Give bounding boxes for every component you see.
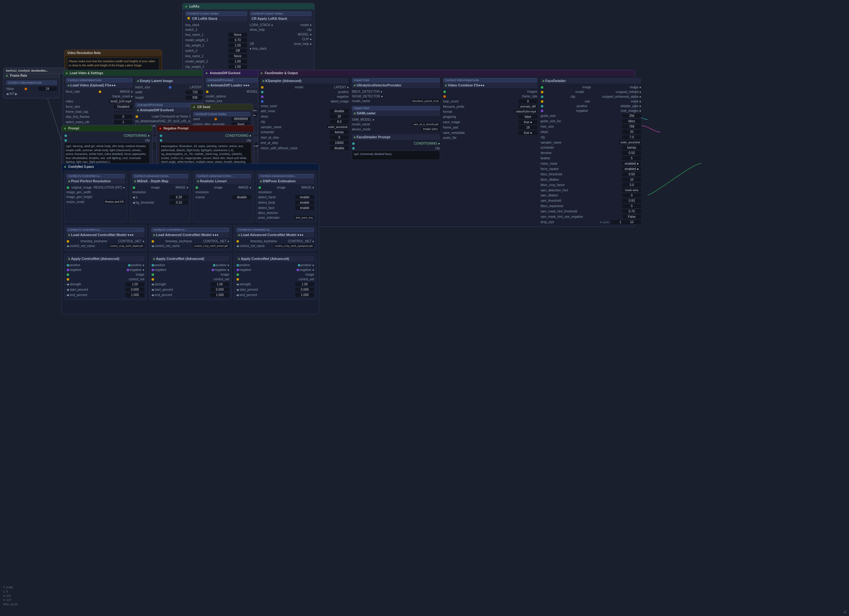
filename-node: DerFuiJ_ComfyUI_ModdedNo... xyxy=(3,68,66,74)
facedetailer-prompt-text[interactable]: 1girl, (extremely detailed face), xyxy=(352,150,440,160)
animatediff-loader-badge: AnimateDiff Evolved xyxy=(206,78,261,82)
cr-seed-title: CR Seed xyxy=(197,105,210,109)
dwpose-sub: DWPose Estimation xyxy=(258,178,314,184)
video-badge: ComfyUI-VideoHelperSuite xyxy=(66,78,133,82)
video-combine-badge: ComfyUI-VideoHelperSuite xyxy=(443,78,538,82)
facedetailer-prompt-sub: FaceDetailer Prompt xyxy=(352,134,440,140)
midas-badge: ComfyUI-Advanced-Contro... xyxy=(133,174,188,178)
midas-sub: MiDaS - Depth Map xyxy=(133,178,188,184)
loras-sub-right: CR Apply LoRA Stack xyxy=(250,16,311,21)
badge-cr-apply-lora: Comfyroll Custom Nodes xyxy=(250,11,311,16)
loras-header[interactable]: LoRAs xyxy=(183,3,314,9)
badge-cr-lora-stack: Comfyroll Custom Nodes xyxy=(185,11,247,16)
load-cn-depth-sub: Load Advanced ControlNet Model ●●● xyxy=(66,232,144,238)
cr-seed-badge: Comfyroll Custom Nodes xyxy=(193,112,250,116)
filename-header: DerFuiJ_ComfyUI_ModdedNo... xyxy=(3,68,66,74)
pixel-perfect-badge: ComfyUI's ControlNet Au... xyxy=(66,174,125,178)
cycle-label: ● cycle xyxy=(600,221,609,224)
load-cn-openpose-sub: Load Advanced ControlNet Model ●●● xyxy=(236,232,314,238)
controlnet-3pass-header: ComfyNet 3-pass xyxy=(62,164,319,170)
prompt-title: Prompt xyxy=(68,126,79,130)
corner-resize xyxy=(843,610,846,613)
frame-rate-node: Frame Rate ComfyUI-VideoHelperSuite Valu… xyxy=(3,72,60,98)
filename-title: DerFuiJ_ComfyUI_ModdedNo... xyxy=(6,69,48,72)
loras-sub-left: CR LoRA Stack xyxy=(185,16,247,21)
load-cn-lineart-badge: ComfyUI's ControlNet Au... xyxy=(151,228,229,232)
controlnet-3pass-title: ComfyNet 3-pass xyxy=(68,165,94,168)
video-resolution-note-header: Video Resolution Note xyxy=(65,50,162,56)
controlnet-3pass-group: ComfyNet 3-pass ComfyUI's ControlNet Au.… xyxy=(61,164,319,314)
apply-cn-depth-sub: Apply ControlNet (Advanced) xyxy=(66,256,144,262)
pixel-perfect-sub: Pixel Perfect Resolution xyxy=(66,178,125,184)
negative-prompt-header: Negative Prompt xyxy=(157,125,254,131)
ksampler-sub: KSampler (Advanced) xyxy=(261,78,349,83)
animatediff-loader-sub: AnimateDiff Loader ●●● xyxy=(206,82,261,88)
ultralytics-badge: Impact Pack xyxy=(352,78,440,82)
dwpose-badge: ComfyUI-Advanced-Contro... xyxy=(258,174,314,178)
loras-title: LoRAs xyxy=(189,5,200,8)
fps-fps: FPS: 44.20 xyxy=(3,603,17,607)
prompt-header: Prompt xyxy=(62,125,152,131)
lineart-sub: Realistic Lineart xyxy=(195,178,251,184)
sam-loader-sub: SAMLoader xyxy=(352,110,440,116)
video-combine-sub: Video Combine FS●●● xyxy=(443,82,538,88)
sam-loader-badge: Impact Pack xyxy=(352,106,440,110)
facedetailer-output-title: FaceDetailer & Output xyxy=(265,71,298,75)
fps-counter: T: 0.09s L: 9 S: 3/3 V: 137 FPS: 44.20 xyxy=(3,586,17,607)
cr-seed-header: CR Seed xyxy=(191,104,253,110)
load-cn-openpose-badge: ComfyUI's ControlNet Au... xyxy=(236,228,314,232)
fps-t: T: 0.09s xyxy=(3,586,17,590)
frame-rate-badge: ComfyUI-VideoHelperSuite xyxy=(6,80,57,85)
facedetailer-output-header: FaceDetailer & Output xyxy=(258,70,635,76)
load-cn-depth-badge: ComfyUI's ControlNet Au... xyxy=(66,228,144,232)
facedetailer-sub: FaceDetailer xyxy=(541,78,641,83)
fps-s: S: 3/3 xyxy=(3,594,17,598)
fps-l: L: 9 xyxy=(3,589,17,594)
empty-latent-sub: Empty Latent Image xyxy=(135,78,204,83)
fps-v: V: 137 xyxy=(3,598,17,603)
animatediff-loader-title: AnimateDiff Evolved xyxy=(210,71,240,75)
apply-cn-lineart-sub: Apply ControlNet (Advanced) xyxy=(151,256,229,262)
frame-rate-title: Frame Rate xyxy=(10,74,27,77)
ultralytics-sub: UltralyticsDetectorProvider xyxy=(352,82,440,88)
negative-prompt-title: Negative Prompt xyxy=(164,126,188,130)
load-video-sub: Load Video (Upload) FS●●● xyxy=(66,82,133,88)
lineart-badge: ComfyUI-Advanced-Contro... xyxy=(195,174,251,178)
video-resolution-note-title: Video Resolution Note xyxy=(67,51,101,55)
apply-cn-openpose-sub: Apply ControlNet (Advanced) xyxy=(236,256,314,262)
cycle-value: 1 xyxy=(611,220,630,224)
load-video-settings-title: Load Video & Settings xyxy=(70,71,103,75)
load-cn-lineart-sub: Load Advanced ControlNet Model ●●● xyxy=(151,232,229,238)
